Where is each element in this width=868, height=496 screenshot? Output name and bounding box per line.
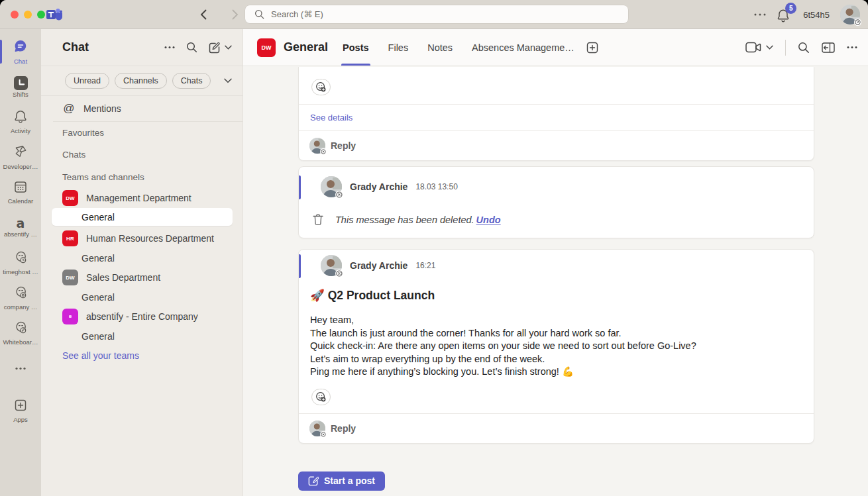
nav-arrows bbox=[196, 7, 243, 23]
team-avatar bbox=[62, 309, 78, 324]
filter-pill-chats[interactable]: Chats bbox=[172, 73, 211, 89]
filter-pill-channels[interactable]: Channels bbox=[115, 73, 167, 89]
rail-item-apps[interactable]: Apps bbox=[0, 393, 41, 428]
section-teams-and-channels[interactable]: Teams and channels bbox=[41, 166, 243, 188]
close-window-button[interactable] bbox=[11, 11, 19, 19]
rail-item-calendar[interactable]: Calendar bbox=[0, 175, 41, 209]
presence-status-icon bbox=[320, 148, 327, 155]
team-name: Human Resources Department bbox=[86, 233, 214, 244]
new-chat-compose-icon[interactable] bbox=[209, 42, 232, 54]
rail-item-whiteboard[interactable]: Whiteboar… bbox=[0, 315, 41, 350]
chevron-down-icon bbox=[225, 45, 232, 50]
back-button[interactable] bbox=[196, 7, 211, 23]
sidebar-more-icon[interactable] bbox=[164, 46, 175, 49]
posts-feed: See details Reply bbox=[243, 67, 868, 496]
tab-absences-management[interactable]: Absences Manageme… bbox=[472, 29, 574, 66]
section-chats[interactable]: Chats bbox=[41, 143, 243, 166]
see-details-link[interactable]: See details bbox=[310, 113, 353, 123]
sidebar-item-mentions[interactable]: @ Mentions bbox=[41, 96, 243, 121]
author-name[interactable]: Grady Archie bbox=[350, 260, 407, 271]
post-line: Ping me here if anything’s blocking you.… bbox=[310, 366, 803, 379]
author-avatar[interactable] bbox=[321, 176, 342, 197]
chevron-down-icon bbox=[766, 45, 773, 50]
author-name[interactable]: Grady Archie bbox=[350, 181, 407, 192]
rail-item-timeghost[interactable]: timeghost … bbox=[0, 245, 41, 279]
rail-item-label: absentify … bbox=[4, 231, 37, 238]
forward-button[interactable] bbox=[228, 7, 243, 23]
team-human-resources[interactable]: HR Human Resources Department bbox=[41, 228, 243, 248]
channel-general-hr[interactable]: General bbox=[41, 248, 243, 268]
tab-notes[interactable]: Notes bbox=[427, 29, 453, 66]
team-name: Sales Department bbox=[86, 272, 160, 283]
add-tab-icon[interactable] bbox=[586, 42, 598, 54]
profile-avatar[interactable] bbox=[840, 5, 860, 25]
channel-more-icon[interactable] bbox=[847, 46, 857, 49]
open-in-panel-icon[interactable] bbox=[822, 42, 835, 53]
post-body: Hey team, The launch is just around the … bbox=[310, 314, 803, 379]
channel-team-avatar: DW bbox=[257, 38, 276, 57]
meet-now-camera-icon[interactable] bbox=[745, 42, 773, 53]
team-avatar: DW bbox=[62, 270, 78, 285]
add-reaction-button[interactable] bbox=[311, 389, 331, 405]
channel-general-management[interactable]: General bbox=[52, 208, 233, 226]
post-title: 🚀 Q2 Product Launch bbox=[310, 289, 803, 303]
team-absentify-entire-company[interactable]: absentify - Entire Company bbox=[41, 307, 243, 326]
rail-item-company[interactable]: company … bbox=[0, 280, 41, 315]
team-management-department[interactable]: DW Management Department bbox=[41, 188, 243, 208]
filters-chevron-down-icon[interactable] bbox=[224, 78, 232, 83]
start-a-post-button[interactable]: Start a post bbox=[298, 471, 385, 491]
minimize-window-button[interactable] bbox=[24, 11, 32, 19]
filter-pill-unread[interactable]: Unread bbox=[65, 73, 109, 89]
rail-item-absentify[interactable]: a absentify … bbox=[0, 210, 41, 244]
channel-general-absentify[interactable]: General bbox=[41, 326, 243, 346]
notifications-bell-icon[interactable]: 5 bbox=[777, 5, 792, 24]
titlebar-more-icon[interactable] bbox=[754, 13, 766, 17]
whiteboard-icon bbox=[13, 320, 28, 338]
rail-item-label: timeghost … bbox=[3, 269, 38, 275]
rail-more-apps-icon[interactable] bbox=[0, 355, 41, 381]
rail-item-label: company … bbox=[4, 304, 38, 311]
rail-item-shifts[interactable]: Shifts bbox=[0, 70, 41, 104]
post-line: Hey team, bbox=[310, 314, 803, 327]
author-avatar[interactable] bbox=[321, 255, 342, 276]
tab-posts[interactable]: Posts bbox=[343, 29, 369, 66]
unread-indicator bbox=[299, 175, 301, 199]
reply-button[interactable]: Reply bbox=[299, 414, 814, 443]
composer-row: Start a post bbox=[298, 471, 868, 491]
sidebar-search-icon[interactable] bbox=[186, 42, 197, 53]
reply-button[interactable]: Reply bbox=[299, 131, 814, 160]
tab-files[interactable]: Files bbox=[388, 29, 409, 66]
sidebar-title: Chat bbox=[62, 40, 164, 54]
team-sales-department[interactable]: DW Sales Department bbox=[41, 268, 243, 287]
section-favourites[interactable]: Favourites bbox=[41, 122, 243, 143]
rail-item-activity[interactable]: Activity bbox=[0, 105, 41, 139]
app-rail: Chat Shifts Activity Developer… Calendar bbox=[0, 29, 41, 496]
start-a-post-label: Start a post bbox=[324, 475, 375, 486]
undo-link[interactable]: Undo bbox=[476, 215, 501, 225]
search-placeholder: Search (⌘ E) bbox=[271, 9, 323, 19]
team-avatar: DW bbox=[62, 190, 78, 206]
rail-item-developer[interactable]: Developer… bbox=[0, 140, 41, 174]
channel-title: General bbox=[284, 40, 328, 54]
zoom-window-button[interactable] bbox=[37, 11, 45, 19]
shifts-icon bbox=[14, 76, 28, 90]
main-pane: DW General Posts Files Notes Absences Ma… bbox=[243, 29, 868, 496]
post-card: Grady Archie 16:21 🚀 Q2 Product Launch H… bbox=[298, 249, 814, 444]
activity-bell-icon bbox=[13, 109, 28, 126]
notification-count-badge: 5 bbox=[785, 3, 796, 14]
calendar-icon bbox=[13, 179, 28, 197]
rail-item-chat[interactable]: Chat bbox=[0, 34, 41, 69]
sidebar-header: Chat bbox=[41, 29, 243, 66]
channel-general-sales[interactable]: General bbox=[41, 287, 243, 307]
mentions-at-icon: @ bbox=[62, 102, 76, 115]
message-card-partial: See details Reply bbox=[298, 67, 814, 161]
see-all-teams-link[interactable]: See all your teams bbox=[41, 346, 243, 366]
filter-pills: Unread Channels Chats bbox=[41, 66, 243, 95]
compose-icon bbox=[308, 475, 319, 486]
reply-avatar bbox=[309, 138, 325, 154]
team-avatar: HR bbox=[62, 230, 78, 246]
global-search-input[interactable]: Search (⌘ E) bbox=[245, 5, 628, 23]
rail-item-label: Shifts bbox=[13, 91, 28, 98]
add-reaction-button[interactable] bbox=[311, 79, 331, 95]
channel-search-icon[interactable] bbox=[798, 42, 810, 54]
